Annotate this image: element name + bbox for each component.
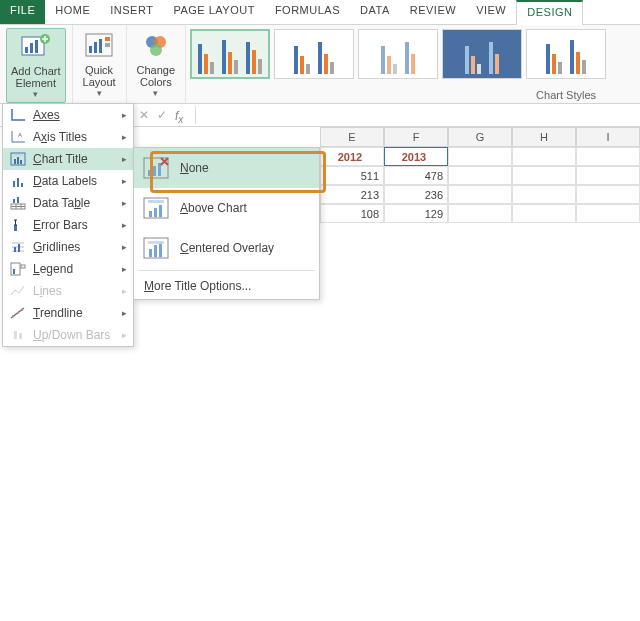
fx-icon[interactable]: fx	[175, 109, 187, 121]
axes-icon	[9, 107, 27, 123]
menu-error-bars[interactable]: Error Bars▸	[3, 214, 133, 223]
ribbon-tabs: FILE HOME INSERT PAGE LAYOUT FORMULAS DA…	[0, 0, 640, 25]
menu-axes[interactable]: Axes▸	[3, 104, 133, 126]
submenu-none[interactable]: None	[134, 148, 319, 188]
svg-rect-42	[148, 200, 164, 203]
add-chart-element-label: Add Chart Element	[11, 65, 61, 89]
error-bars-icon	[9, 217, 27, 223]
cell[interactable]: 108	[320, 204, 384, 223]
change-colors-button[interactable]: Change Colors	[133, 28, 180, 101]
cell[interactable]	[512, 204, 576, 223]
svg-rect-10	[105, 43, 110, 47]
cell[interactable]	[576, 147, 640, 166]
svg-text:A: A	[18, 132, 22, 138]
ribbon: Add Chart Element Quick Layout Change Co…	[0, 25, 640, 104]
menu-data-labels[interactable]: Data Labels▸	[3, 170, 133, 192]
svg-point-13	[150, 44, 162, 56]
cell[interactable]	[512, 147, 576, 166]
chart-title-submenu: None Above Chart Centered Overlay More T…	[133, 147, 320, 223]
none-icon	[142, 154, 170, 182]
cell[interactable]: 213	[320, 185, 384, 204]
svg-rect-2	[30, 43, 33, 53]
cell[interactable]: 478	[384, 166, 448, 185]
cell[interactable]: 511	[320, 166, 384, 185]
data-table-icon	[9, 195, 27, 211]
chart-title-icon	[9, 151, 27, 167]
chart-style-1[interactable]	[190, 29, 270, 79]
tab-page-layout[interactable]: PAGE LAYOUT	[163, 0, 265, 24]
svg-rect-17	[14, 159, 16, 164]
svg-rect-21	[17, 178, 19, 187]
svg-rect-40	[158, 163, 161, 176]
cell[interactable]	[448, 185, 512, 204]
chart-styles-gallery	[186, 25, 640, 79]
svg-rect-44	[154, 208, 157, 217]
cancel-icon[interactable]: ✕	[139, 108, 149, 122]
cell[interactable]: 236	[384, 185, 448, 204]
col-header-g[interactable]: G	[448, 127, 512, 147]
svg-rect-7	[94, 42, 97, 53]
tab-data[interactable]: DATA	[350, 0, 400, 24]
quick-layout-label: Quick Layout	[83, 64, 116, 88]
above-chart-icon	[142, 194, 170, 222]
chart-style-4[interactable]	[442, 29, 522, 79]
svg-rect-45	[159, 205, 162, 217]
add-chart-element-menu: Axes▸ AAxis Titles▸ Chart Title▸ Data La…	[2, 103, 134, 223]
table-header-2012[interactable]: 2012	[320, 147, 384, 166]
formula-input[interactable]	[195, 106, 640, 124]
col-header-f[interactable]: F	[384, 127, 448, 147]
svg-rect-19	[20, 160, 22, 164]
tab-review[interactable]: REVIEW	[400, 0, 466, 24]
svg-rect-18	[17, 157, 19, 164]
chart-style-5[interactable]	[526, 29, 606, 79]
axis-titles-icon: A	[9, 129, 27, 145]
svg-rect-20	[13, 181, 15, 187]
tab-insert[interactable]: INSERT	[100, 0, 163, 24]
enter-icon[interactable]: ✓	[157, 108, 167, 122]
svg-rect-22	[21, 183, 23, 187]
chart-style-2[interactable]	[274, 29, 354, 79]
svg-rect-9	[105, 37, 110, 41]
svg-rect-43	[149, 211, 152, 217]
menu-chart-title[interactable]: Chart Title▸	[3, 148, 133, 170]
change-colors-icon	[140, 30, 172, 62]
col-header-h[interactable]: H	[512, 127, 576, 147]
cell[interactable]	[576, 185, 640, 204]
cell[interactable]	[512, 166, 576, 185]
svg-rect-3	[35, 40, 38, 53]
add-chart-element-icon	[20, 31, 52, 63]
cell[interactable]	[576, 166, 640, 185]
cell[interactable]	[448, 147, 512, 166]
svg-rect-8	[99, 39, 102, 53]
svg-rect-38	[148, 170, 151, 176]
tab-file[interactable]: FILE	[0, 0, 45, 24]
svg-rect-16	[13, 154, 23, 156]
cell[interactable]: 129	[384, 204, 448, 223]
cell[interactable]	[512, 185, 576, 204]
tab-design[interactable]: DESIGN	[516, 0, 583, 25]
tab-home[interactable]: HOME	[45, 0, 100, 24]
chart-styles-group-label: Chart Styles	[536, 89, 596, 101]
menu-data-table[interactable]: Data Table▸	[3, 192, 133, 214]
svg-rect-1	[25, 47, 28, 53]
tab-formulas[interactable]: FORMULAS	[265, 0, 350, 24]
cell[interactable]	[448, 166, 512, 185]
chart-style-3[interactable]	[358, 29, 438, 79]
add-chart-element-button[interactable]: Add Chart Element	[6, 28, 66, 103]
change-colors-label: Change Colors	[137, 64, 176, 88]
svg-rect-39	[153, 166, 156, 176]
quick-layout-icon	[83, 30, 115, 62]
tab-view[interactable]: VIEW	[466, 0, 516, 24]
col-header-i[interactable]: I	[576, 127, 640, 147]
svg-rect-24	[13, 199, 15, 203]
cell[interactable]	[576, 204, 640, 223]
svg-rect-25	[17, 197, 19, 203]
quick-layout-button[interactable]: Quick Layout	[79, 28, 120, 101]
cell[interactable]	[448, 204, 512, 223]
submenu-above-chart[interactable]: Above Chart	[134, 188, 319, 223]
col-header-e[interactable]: E	[320, 127, 384, 147]
menu-axis-titles[interactable]: AAxis Titles▸	[3, 126, 133, 148]
table-header-2013[interactable]: 2013	[384, 147, 448, 166]
data-labels-icon	[9, 173, 27, 189]
svg-rect-6	[89, 46, 92, 53]
